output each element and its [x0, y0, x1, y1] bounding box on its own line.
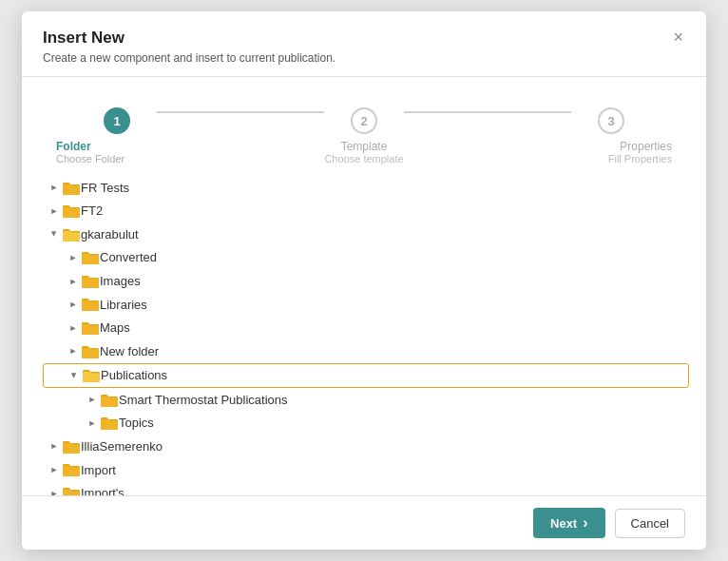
next-button[interactable]: Next › [533, 508, 605, 538]
expand-arrow-icon: ► [47, 462, 62, 477]
folder-name: Topics [119, 416, 154, 430]
folder-item[interactable]: ► FR Tests [43, 176, 689, 200]
expand-arrow-icon: ► [66, 320, 81, 336]
expand-arrow-icon: ► [67, 368, 82, 383]
folder-icon [82, 368, 101, 384]
folder-name: IlliaSemerenko [81, 439, 163, 454]
folder-icon [62, 226, 81, 242]
folder-icon [81, 297, 100, 313]
folder-icon [81, 250, 100, 266]
step-2-labels: Template Choose template [324, 140, 403, 164]
expand-arrow-icon: ► [47, 180, 62, 195]
close-button[interactable]: × [667, 27, 689, 48]
step-1-sublabel: Choose Folder [56, 153, 125, 164]
step-3: 3 [573, 107, 649, 134]
folder-icon [100, 416, 119, 432]
folder-item[interactable]: ► IlliaSemerenko [43, 435, 689, 458]
expand-arrow-icon: ► [47, 226, 62, 242]
folder-item[interactable]: ► Converted [43, 246, 689, 270]
folder-item[interactable]: ► Topics [43, 412, 689, 435]
folder-name: Publications [101, 368, 167, 382]
folder-section: ► FR Tests► FT2► gkarabulut► Converted► … [22, 172, 706, 495]
folder-item[interactable]: ► Import's [43, 481, 689, 495]
step-3-sublabel: Fill Properties [608, 153, 672, 164]
modal-subtitle: Create a new component and insert to cur… [43, 51, 685, 65]
step-3-label: Properties [620, 140, 672, 153]
folder-name: Libraries [100, 298, 147, 312]
step-2-label: Template [341, 140, 388, 153]
step-1-circle: 1 [104, 107, 130, 134]
expand-arrow-icon: ► [47, 438, 62, 454]
folder-item[interactable]: ► gkarabulut [43, 222, 689, 246]
folder-name: New folder [100, 344, 159, 358]
expand-arrow-icon: ► [85, 392, 100, 407]
folder-item[interactable]: ► Images [43, 269, 689, 293]
expand-arrow-icon: ► [85, 416, 100, 431]
step-2: 2 [326, 107, 402, 134]
expand-arrow-icon: ► [66, 297, 81, 312]
folder-item[interactable]: ► Import [43, 458, 689, 482]
folder-icon [62, 485, 81, 495]
folder-item[interactable]: ► Maps [43, 316, 689, 339]
folder-icon [81, 273, 100, 289]
folder-icon [81, 319, 100, 336]
folder-name: Images [100, 274, 141, 288]
folder-icon [62, 203, 81, 220]
folder-icon [100, 392, 119, 408]
folder-item[interactable]: ► Smart Thermostat Publications [43, 388, 689, 412]
expand-arrow-icon: ► [66, 250, 81, 265]
step-1-label: Folder [56, 140, 91, 153]
expand-arrow-icon: ► [47, 486, 62, 495]
folder-name: Converted [100, 250, 157, 264]
folder-icon [62, 180, 81, 196]
folder-list: ► FR Tests► FT2► gkarabulut► Converted► … [43, 176, 706, 495]
folder-item[interactable]: ► Libraries [43, 293, 689, 317]
modal-header: Insert New Create a new component and in… [22, 11, 706, 77]
insert-new-modal: Insert New Create a new component and in… [22, 11, 706, 550]
folder-icon [81, 343, 100, 359]
stepper: 1 2 3 [50, 90, 678, 140]
folder-name: FT2 [81, 203, 103, 218]
folder-icon [62, 438, 81, 455]
modal-title: Insert New [43, 29, 685, 48]
step-3-circle: 3 [598, 107, 624, 134]
step-line-1 [157, 111, 324, 113]
folder-name: Maps [100, 320, 130, 335]
folder-item[interactable]: ► FT2 [43, 200, 689, 223]
step-2-circle: 2 [351, 107, 377, 134]
folder-icon [62, 462, 81, 478]
folder-name: Smart Thermostat Publications [119, 393, 288, 407]
step-line-2 [404, 111, 571, 113]
folder-item[interactable]: ► Publications [43, 363, 689, 389]
expand-arrow-icon: ► [47, 203, 62, 219]
cancel-button[interactable]: Cancel [615, 509, 685, 538]
expand-arrow-icon: ► [66, 274, 81, 289]
folder-name: Import [81, 463, 116, 477]
modal-footer: Next › Cancel [22, 495, 706, 550]
step-1-labels: Folder Choose Folder [56, 140, 132, 164]
folder-name: FR Tests [81, 181, 129, 195]
step-1: 1 [79, 107, 155, 134]
step-3-labels: Properties Fill Properties [596, 140, 672, 164]
folder-item[interactable]: ► New folder [43, 339, 689, 363]
expand-arrow-icon: ► [66, 343, 81, 358]
folder-name: gkarabulut [81, 227, 139, 242]
step-2-sublabel: Choose template [324, 153, 403, 164]
folder-name: Import's [81, 486, 125, 495]
